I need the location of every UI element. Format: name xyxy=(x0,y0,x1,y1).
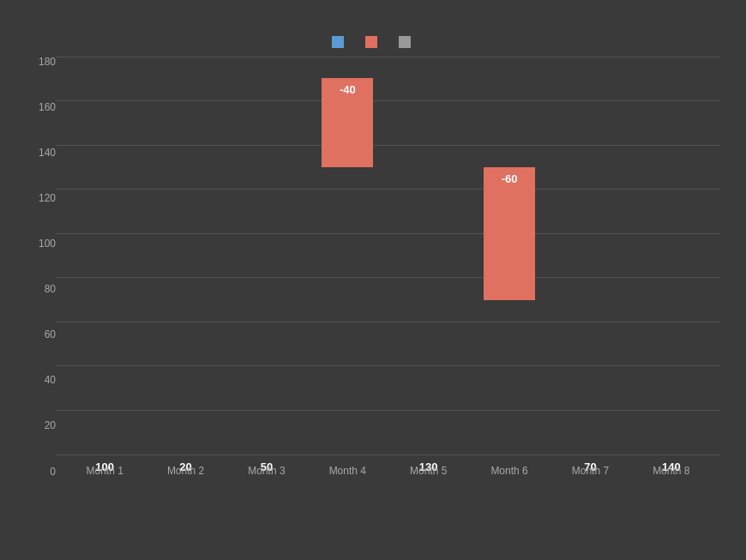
legend xyxy=(26,36,720,48)
bar-group: -40 xyxy=(307,57,388,455)
x-labels: Month 1Month 2Month 3Month 4Month 5Month… xyxy=(56,465,720,477)
x-axis-label: Month 1 xyxy=(64,465,145,477)
x-axis-label: Month 3 xyxy=(226,465,307,477)
y-axis-label: 180 xyxy=(26,57,56,67)
y-axis-label: 40 xyxy=(26,375,56,385)
bar-decrease: -40 xyxy=(322,78,373,166)
bar-group: 70 xyxy=(550,57,630,455)
bar-group: 50 xyxy=(226,57,307,455)
y-axis-label: 100 xyxy=(26,238,56,249)
legend-decrease-color xyxy=(365,36,377,48)
bar-group: 100 xyxy=(64,57,145,455)
y-axis-label: 140 xyxy=(26,148,56,158)
y-axis-label: 80 xyxy=(26,284,56,294)
bar-wrapper: -40 xyxy=(322,57,373,455)
y-axis-label: 60 xyxy=(26,329,56,340)
bar-group: 130 xyxy=(388,57,469,455)
bar-label: -40 xyxy=(322,83,373,96)
bar-group: 20 xyxy=(145,57,226,455)
x-axis-label: Month 7 xyxy=(550,465,630,477)
y-axis-label: 120 xyxy=(26,193,56,203)
x-axis-label: Month 6 xyxy=(469,465,550,477)
x-axis-label: Month 2 xyxy=(145,465,226,477)
bar-label: -60 xyxy=(484,172,535,185)
x-axis-label: Month 8 xyxy=(631,465,712,477)
legend-total-color xyxy=(399,36,411,48)
y-axis: 020406080100120140160180 xyxy=(26,57,56,477)
x-axis-label: Month 4 xyxy=(307,465,388,477)
y-axis-label: 20 xyxy=(26,420,56,431)
legend-increase xyxy=(332,36,348,48)
legend-total xyxy=(399,36,415,48)
bar-decrease: -60 xyxy=(484,167,535,300)
legend-increase-color xyxy=(332,36,344,48)
bar-group: 140 xyxy=(631,57,712,455)
bars-row: 1002050-40130-6070140 xyxy=(56,57,720,455)
x-axis-label: Month 5 xyxy=(388,465,469,477)
chart-container: 020406080100120140160180 1002050-40130-6… xyxy=(9,10,737,551)
y-axis-label: 160 xyxy=(26,102,56,112)
plot-area: 1002050-40130-6070140 Month 1Month 2Mont… xyxy=(56,57,720,477)
bar-wrapper: -60 xyxy=(484,57,535,455)
legend-decrease xyxy=(365,36,382,48)
y-axis-label: 0 xyxy=(26,467,56,477)
chart-area: 020406080100120140160180 1002050-40130-6… xyxy=(26,57,720,477)
bar-group: -60 xyxy=(469,57,550,455)
